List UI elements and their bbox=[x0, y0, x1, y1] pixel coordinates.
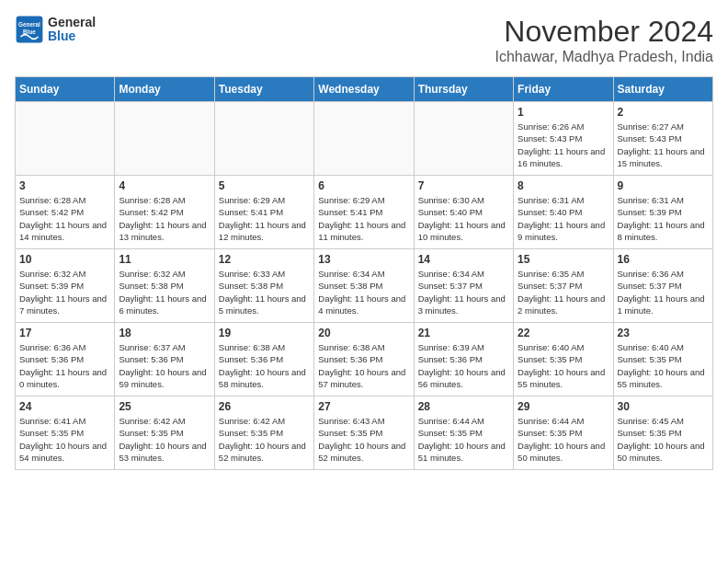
day-number: 3 bbox=[19, 179, 110, 192]
calendar-cell: 16Sunrise: 6:36 AM Sunset: 5:37 PM Dayli… bbox=[613, 249, 712, 323]
calendar-week-1: 1Sunrise: 6:26 AM Sunset: 5:43 PM Daylig… bbox=[16, 102, 713, 176]
day-number: 7 bbox=[418, 179, 509, 192]
calendar-cell: 11Sunrise: 6:32 AM Sunset: 5:38 PM Dayli… bbox=[115, 249, 214, 323]
calendar-cell bbox=[214, 102, 313, 176]
day-number: 24 bbox=[19, 400, 110, 413]
day-info: Sunrise: 6:27 AM Sunset: 5:43 PM Dayligh… bbox=[618, 121, 709, 169]
location-title: Ichhawar, Madhya Pradesh, India bbox=[495, 49, 713, 65]
day-number: 12 bbox=[219, 253, 310, 266]
calendar-cell: 13Sunrise: 6:34 AM Sunset: 5:38 PM Dayli… bbox=[314, 249, 414, 323]
calendar-cell: 12Sunrise: 6:33 AM Sunset: 5:38 PM Dayli… bbox=[214, 249, 313, 323]
calendar-cell: 3Sunrise: 6:28 AM Sunset: 5:42 PM Daylig… bbox=[16, 176, 115, 249]
day-info: Sunrise: 6:29 AM Sunset: 5:41 PM Dayligh… bbox=[318, 194, 409, 243]
day-number: 6 bbox=[318, 179, 409, 192]
day-number: 1 bbox=[518, 106, 609, 119]
day-number: 10 bbox=[19, 253, 110, 266]
day-info: Sunrise: 6:45 AM Sunset: 5:35 PM Dayligh… bbox=[618, 415, 709, 464]
calendar-week-5: 24Sunrise: 6:41 AM Sunset: 5:35 PM Dayli… bbox=[16, 396, 713, 470]
calendar-table: SundayMondayTuesdayWednesdayThursdayFrid… bbox=[15, 76, 713, 470]
day-number: 29 bbox=[518, 400, 609, 413]
day-info: Sunrise: 6:40 AM Sunset: 5:35 PM Dayligh… bbox=[518, 341, 609, 390]
day-number: 27 bbox=[318, 400, 409, 413]
weekday-header-sunday: Sunday bbox=[16, 77, 115, 102]
day-info: Sunrise: 6:38 AM Sunset: 5:36 PM Dayligh… bbox=[219, 341, 310, 390]
calendar-cell: 5Sunrise: 6:29 AM Sunset: 5:41 PM Daylig… bbox=[214, 176, 313, 249]
calendar-cell: 24Sunrise: 6:41 AM Sunset: 5:35 PM Dayli… bbox=[16, 396, 115, 470]
day-number: 14 bbox=[418, 253, 509, 266]
day-number: 8 bbox=[518, 179, 609, 192]
calendar-cell: 20Sunrise: 6:38 AM Sunset: 5:36 PM Dayli… bbox=[314, 323, 414, 396]
weekday-header-saturday: Saturday bbox=[613, 77, 712, 102]
day-info: Sunrise: 6:36 AM Sunset: 5:36 PM Dayligh… bbox=[19, 341, 110, 390]
logo: General Blue General Blue bbox=[15, 15, 96, 44]
calendar-cell: 8Sunrise: 6:31 AM Sunset: 5:40 PM Daylig… bbox=[514, 176, 613, 249]
calendar-cell: 26Sunrise: 6:42 AM Sunset: 5:35 PM Dayli… bbox=[214, 396, 313, 470]
day-info: Sunrise: 6:35 AM Sunset: 5:37 PM Dayligh… bbox=[518, 268, 609, 316]
day-info: Sunrise: 6:42 AM Sunset: 5:35 PM Dayligh… bbox=[219, 415, 310, 464]
day-info: Sunrise: 6:40 AM Sunset: 5:35 PM Dayligh… bbox=[618, 341, 709, 390]
calendar-cell: 6Sunrise: 6:29 AM Sunset: 5:41 PM Daylig… bbox=[314, 176, 414, 249]
calendar-week-2: 3Sunrise: 6:28 AM Sunset: 5:42 PM Daylig… bbox=[16, 176, 713, 249]
day-info: Sunrise: 6:32 AM Sunset: 5:38 PM Dayligh… bbox=[119, 268, 210, 316]
calendar-cell: 30Sunrise: 6:45 AM Sunset: 5:35 PM Dayli… bbox=[613, 396, 712, 470]
day-number: 18 bbox=[119, 327, 210, 339]
calendar-cell: 25Sunrise: 6:42 AM Sunset: 5:35 PM Dayli… bbox=[115, 396, 214, 470]
day-info: Sunrise: 6:31 AM Sunset: 5:39 PM Dayligh… bbox=[618, 194, 709, 243]
calendar-cell: 10Sunrise: 6:32 AM Sunset: 5:39 PM Dayli… bbox=[16, 249, 115, 323]
calendar-cell: 27Sunrise: 6:43 AM Sunset: 5:35 PM Dayli… bbox=[314, 396, 414, 470]
calendar-cell: 22Sunrise: 6:40 AM Sunset: 5:35 PM Dayli… bbox=[514, 323, 613, 396]
day-info: Sunrise: 6:43 AM Sunset: 5:35 PM Dayligh… bbox=[318, 415, 409, 464]
day-number: 30 bbox=[618, 400, 709, 413]
day-number: 2 bbox=[618, 106, 709, 119]
calendar-cell: 23Sunrise: 6:40 AM Sunset: 5:35 PM Dayli… bbox=[613, 323, 712, 396]
calendar-cell: 2Sunrise: 6:27 AM Sunset: 5:43 PM Daylig… bbox=[613, 102, 712, 176]
day-number: 23 bbox=[618, 327, 709, 339]
day-info: Sunrise: 6:29 AM Sunset: 5:41 PM Dayligh… bbox=[219, 194, 310, 243]
calendar-cell bbox=[16, 102, 115, 176]
weekday-header-monday: Monday bbox=[115, 77, 214, 102]
calendar-week-3: 10Sunrise: 6:32 AM Sunset: 5:39 PM Dayli… bbox=[16, 249, 713, 323]
day-info: Sunrise: 6:28 AM Sunset: 5:42 PM Dayligh… bbox=[19, 194, 110, 243]
day-number: 5 bbox=[219, 179, 310, 192]
day-info: Sunrise: 6:44 AM Sunset: 5:35 PM Dayligh… bbox=[518, 415, 609, 464]
month-title: November 2024 bbox=[495, 15, 713, 49]
calendar-cell: 18Sunrise: 6:37 AM Sunset: 5:36 PM Dayli… bbox=[115, 323, 214, 396]
logo-line1: General bbox=[48, 15, 96, 29]
calendar-cell bbox=[414, 102, 513, 176]
title-section: November 2024 Ichhawar, Madhya Pradesh, … bbox=[495, 15, 713, 65]
day-number: 21 bbox=[418, 327, 509, 339]
calendar-cell: 21Sunrise: 6:39 AM Sunset: 5:36 PM Dayli… bbox=[414, 323, 513, 396]
calendar-cell: 4Sunrise: 6:28 AM Sunset: 5:42 PM Daylig… bbox=[115, 176, 214, 249]
day-info: Sunrise: 6:28 AM Sunset: 5:42 PM Dayligh… bbox=[119, 194, 210, 243]
day-info: Sunrise: 6:32 AM Sunset: 5:39 PM Dayligh… bbox=[19, 268, 110, 316]
day-info: Sunrise: 6:39 AM Sunset: 5:36 PM Dayligh… bbox=[418, 341, 509, 390]
day-info: Sunrise: 6:42 AM Sunset: 5:35 PM Dayligh… bbox=[119, 415, 210, 464]
calendar-cell bbox=[115, 102, 214, 176]
day-number: 11 bbox=[119, 253, 210, 266]
calendar-cell: 17Sunrise: 6:36 AM Sunset: 5:36 PM Dayli… bbox=[16, 323, 115, 396]
day-info: Sunrise: 6:41 AM Sunset: 5:35 PM Dayligh… bbox=[19, 415, 110, 464]
day-number: 20 bbox=[318, 327, 409, 339]
weekday-header-friday: Friday bbox=[514, 77, 613, 102]
day-number: 13 bbox=[318, 253, 409, 266]
svg-text:Blue: Blue bbox=[23, 29, 36, 35]
calendar-week-4: 17Sunrise: 6:36 AM Sunset: 5:36 PM Dayli… bbox=[16, 323, 713, 396]
weekday-header-wednesday: Wednesday bbox=[314, 77, 414, 102]
day-info: Sunrise: 6:44 AM Sunset: 5:35 PM Dayligh… bbox=[418, 415, 509, 464]
day-info: Sunrise: 6:36 AM Sunset: 5:37 PM Dayligh… bbox=[618, 268, 709, 316]
day-info: Sunrise: 6:31 AM Sunset: 5:40 PM Dayligh… bbox=[518, 194, 609, 243]
day-number: 28 bbox=[418, 400, 509, 413]
calendar-cell: 9Sunrise: 6:31 AM Sunset: 5:39 PM Daylig… bbox=[613, 176, 712, 249]
day-number: 26 bbox=[219, 400, 310, 413]
day-info: Sunrise: 6:30 AM Sunset: 5:40 PM Dayligh… bbox=[418, 194, 509, 243]
day-info: Sunrise: 6:34 AM Sunset: 5:37 PM Dayligh… bbox=[418, 268, 509, 316]
day-number: 25 bbox=[119, 400, 210, 413]
day-number: 16 bbox=[618, 253, 709, 266]
day-number: 4 bbox=[119, 179, 210, 192]
day-info: Sunrise: 6:33 AM Sunset: 5:38 PM Dayligh… bbox=[219, 268, 310, 316]
calendar-cell: 15Sunrise: 6:35 AM Sunset: 5:37 PM Dayli… bbox=[514, 249, 613, 323]
svg-text:General: General bbox=[18, 21, 40, 28]
calendar-cell: 7Sunrise: 6:30 AM Sunset: 5:40 PM Daylig… bbox=[414, 176, 513, 249]
calendar-cell: 14Sunrise: 6:34 AM Sunset: 5:37 PM Dayli… bbox=[414, 249, 513, 323]
calendar-cell bbox=[314, 102, 414, 176]
